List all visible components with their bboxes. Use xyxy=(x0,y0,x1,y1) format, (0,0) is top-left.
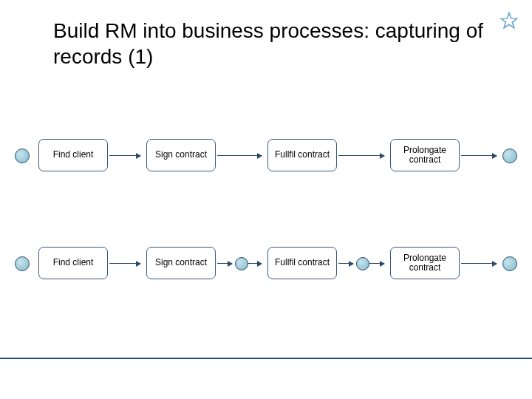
arrow-icon xyxy=(338,155,384,156)
arrow-icon xyxy=(461,263,497,264)
task-label: Fullfil contract xyxy=(275,258,330,267)
task-prolongate-contract: Prolongate contract xyxy=(390,247,460,279)
task-sign-contract: Sign contract xyxy=(146,247,216,279)
arrow-icon xyxy=(461,155,497,156)
svg-marker-0 xyxy=(501,13,516,28)
task-label: Find client xyxy=(53,150,94,160)
start-event-icon xyxy=(15,149,30,163)
arrow-icon xyxy=(109,155,140,156)
task-label: Sign contract xyxy=(155,258,207,267)
arrow-icon xyxy=(109,263,140,264)
end-event-icon xyxy=(502,256,517,271)
task-sign-contract: Sign contract xyxy=(146,139,216,171)
task-fullfil-contract: Fullfil contract xyxy=(267,139,337,171)
intermediate-event-icon xyxy=(356,257,369,270)
task-label: Find client xyxy=(53,258,94,267)
intermediate-event-icon xyxy=(235,257,248,270)
start-event-icon xyxy=(15,256,30,271)
task-find-client: Find client xyxy=(38,247,108,279)
task-prolongate-contract: Prolongate contract xyxy=(390,139,460,171)
arrow-icon xyxy=(217,155,262,156)
arrow-icon xyxy=(248,263,262,264)
task-fullfil-contract: Fullfil contract xyxy=(267,247,337,279)
task-label: Prolongate contract xyxy=(392,146,457,165)
slide-title: Build RM into business processes: captur… xyxy=(53,18,532,69)
slide: Build RM into business processes: captur… xyxy=(0,0,532,399)
task-label: Fullfil contract xyxy=(275,150,330,160)
end-event-icon xyxy=(502,149,517,163)
arrow-icon xyxy=(217,263,232,264)
star-icon xyxy=(499,12,519,34)
footer-divider xyxy=(0,358,532,359)
arrow-icon xyxy=(369,263,384,264)
task-label: Sign contract xyxy=(155,150,207,160)
task-label: Prolongate contract xyxy=(392,253,457,273)
task-find-client: Find client xyxy=(38,139,108,171)
arrow-icon xyxy=(338,263,353,264)
